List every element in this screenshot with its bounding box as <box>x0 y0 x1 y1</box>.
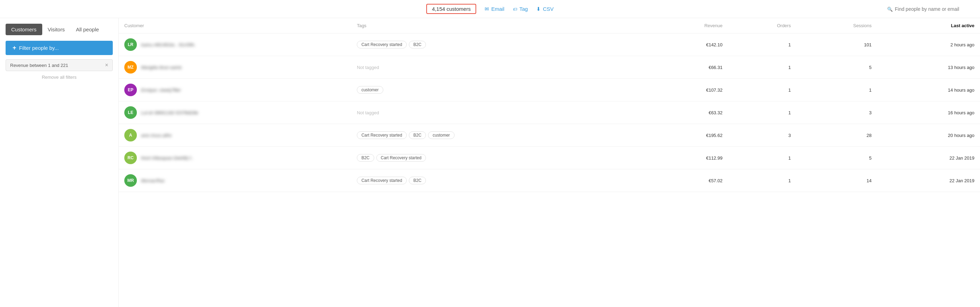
col-last-active: Last active <box>877 18 980 33</box>
active-filter-badge: Revenue between 1 and 221 × <box>6 59 113 71</box>
active-filter-text: Revenue between 1 and 221 <box>10 63 68 68</box>
layout: Customers Visitors All people Filter peo… <box>0 18 980 307</box>
tag-pill: Cart Recovery started <box>376 154 426 162</box>
revenue-cell: €112.99 <box>648 147 728 169</box>
plus-icon <box>13 44 16 52</box>
customer-cell-3: LE Lut-dr 08661182 f237fb828e <box>119 101 351 124</box>
email-icon <box>485 6 489 12</box>
customer-name: Enrique: cteekj7fller <box>141 87 181 93</box>
avatar: A <box>124 129 137 141</box>
orders-cell: 1 <box>728 56 796 79</box>
remove-all-filters[interactable]: Remove all filters <box>6 74 113 80</box>
table-row[interactable]: MR Mornar/Rac Cart Recovery startedB2C€5… <box>119 169 980 192</box>
email-action[interactable]: Email <box>485 6 504 12</box>
revenue-cell: €63.32 <box>648 101 728 124</box>
avatar: EP <box>124 84 137 96</box>
tags-cell-6: Cart Recovery startedB2C <box>351 169 648 192</box>
csv-icon <box>536 6 541 12</box>
search-icon <box>887 6 893 12</box>
email-label: Email <box>491 6 504 12</box>
tags-cell-3: Not tagged <box>351 101 648 124</box>
orders-cell: 1 <box>728 147 796 169</box>
last-active-cell: 22 Jan 2019 <box>877 169 980 192</box>
sidebar-tabs: Customers Visitors All people <box>6 24 113 35</box>
csv-action[interactable]: CSV <box>536 6 554 12</box>
not-tagged-label: Not tagged <box>357 110 379 116</box>
not-tagged-label: Not tagged <box>357 65 379 70</box>
table-row[interactable]: LE Lut-dr 08661182 f237fb828e Not tagged… <box>119 101 980 124</box>
table-row[interactable]: LR luanu.r481481bc.. 91c09fc. Cart Recov… <box>119 33 980 56</box>
tags-cell-5: B2CCart Recovery started <box>351 147 648 169</box>
sessions-cell: 28 <box>796 124 877 147</box>
top-bar: 4,154 customers Email Tag CSV <box>0 0 980 18</box>
tag-pill: Cart Recovery started <box>357 41 407 48</box>
sessions-cell: 5 <box>796 147 877 169</box>
tag-pill: B2C <box>409 177 426 184</box>
customer-cell-1: MZ Marigilia Ibrar-saints <box>119 56 351 79</box>
revenue-cell: €107.32 <box>648 79 728 101</box>
search-input[interactable] <box>895 6 972 12</box>
orders-cell: 1 <box>728 169 796 192</box>
tab-customers[interactable]: Customers <box>6 24 42 35</box>
revenue-cell: €142.10 <box>648 33 728 56</box>
tag-icon <box>513 6 517 12</box>
col-orders: Orders <box>728 18 796 33</box>
avatar: RC <box>124 152 137 164</box>
orders-cell: 3 <box>728 124 796 147</box>
customer-count-badge: 4,154 customers <box>426 4 476 14</box>
tab-all-people[interactable]: All people <box>70 24 104 35</box>
tags-cell-4: Cart Recovery startedB2Ccustomer <box>351 124 648 147</box>
main-content: Customer Tags Revenue Orders Sessions La… <box>119 18 980 307</box>
remove-filter-button[interactable]: × <box>105 62 108 68</box>
table-row[interactable]: EP Enrique: cteekj7fller customer€107.32… <box>119 79 980 101</box>
customer-name: Mornar/Rac <box>141 178 165 183</box>
customer-name: Lut-dr 08661182 f237fb828e <box>141 110 198 116</box>
tab-visitors[interactable]: Visitors <box>42 24 70 35</box>
customer-cell-4: A ares trous.atfre <box>119 124 351 147</box>
filter-people-button[interactable]: Filter people by... <box>6 41 113 55</box>
csv-label: CSV <box>543 6 554 12</box>
tags-cell-1: Not tagged <box>351 56 648 79</box>
filter-button-label: Filter people by... <box>19 45 59 51</box>
customer-cell-0: LR luanu.r481481bc.. 91c09fc. <box>119 33 351 56</box>
customer-name: fnick:Villasquez-Dek98) f.. <box>141 155 193 161</box>
tag-pill: B2C <box>357 154 374 162</box>
sessions-cell: 14 <box>796 169 877 192</box>
sessions-cell: 3 <box>796 101 877 124</box>
tags-cell-2: customer <box>351 79 648 101</box>
orders-cell: 1 <box>728 101 796 124</box>
last-active-cell: 22 Jan 2019 <box>877 147 980 169</box>
table-row[interactable]: RC fnick:Villasquez-Dek98) f.. B2CCart R… <box>119 147 980 169</box>
tag-pill: customer <box>357 86 383 94</box>
sessions-cell: 101 <box>796 33 877 56</box>
col-revenue: Revenue <box>648 18 728 33</box>
customers-table: Customer Tags Revenue Orders Sessions La… <box>119 18 980 192</box>
last-active-cell: 16 hours ago <box>877 101 980 124</box>
customer-cell-6: MR Mornar/Rac <box>119 169 351 192</box>
col-sessions: Sessions <box>796 18 877 33</box>
col-customer: Customer <box>119 18 351 33</box>
tag-pill: B2C <box>409 41 426 48</box>
search-bar <box>887 6 972 12</box>
avatar: LR <box>124 38 137 51</box>
revenue-cell: €195.62 <box>648 124 728 147</box>
orders-cell: 1 <box>728 79 796 101</box>
sessions-cell: 5 <box>796 56 877 79</box>
last-active-cell: 2 hours ago <box>877 33 980 56</box>
last-active-cell: 20 hours ago <box>877 124 980 147</box>
customer-name: Marigilia Ibrar-saints <box>141 65 182 70</box>
tag-pill: Cart Recovery started <box>357 177 407 184</box>
orders-cell: 1 <box>728 33 796 56</box>
top-bar-center: 4,154 customers Email Tag CSV <box>426 4 554 14</box>
tag-action[interactable]: Tag <box>513 6 528 12</box>
customers-table-wrap: Customer Tags Revenue Orders Sessions La… <box>119 18 980 192</box>
table-row[interactable]: A ares trous.atfre Cart Recovery started… <box>119 124 980 147</box>
tag-pill: customer <box>428 131 454 139</box>
table-row[interactable]: MZ Marigilia Ibrar-saints Not tagged€66.… <box>119 56 980 79</box>
avatar: MR <box>124 174 137 187</box>
customer-name: luanu.r481481bc.. 91c09fc. <box>141 42 196 47</box>
tags-cell-0: Cart Recovery startedB2C <box>351 33 648 56</box>
last-active-cell: 13 hours ago <box>877 56 980 79</box>
revenue-cell: €66.31 <box>648 56 728 79</box>
sidebar: Customers Visitors All people Filter peo… <box>0 18 119 307</box>
